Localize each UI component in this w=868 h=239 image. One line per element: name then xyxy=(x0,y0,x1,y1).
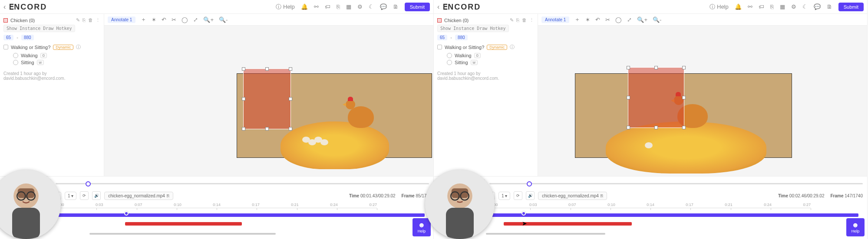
share-icon[interactable]: ⚯ xyxy=(314,3,319,10)
step-select[interactable]: 1 ▾ xyxy=(65,192,76,200)
step-select[interactable]: 1 ▾ xyxy=(498,192,510,200)
range-from[interactable]: 65 xyxy=(3,35,13,40)
circle-icon[interactable]: ◯ xyxy=(182,16,188,23)
share-icon[interactable]: ⚯ xyxy=(748,3,752,10)
doc-icon[interactable]: 🗎 xyxy=(393,3,399,10)
help-fab[interactable]: ☻Help xyxy=(413,218,431,236)
range-to[interactable]: 880 xyxy=(21,35,34,40)
playhead-icon[interactable] xyxy=(521,211,526,216)
bell-icon[interactable]: 🔔 xyxy=(301,3,308,10)
wand-icon[interactable]: ✶ xyxy=(152,16,156,23)
wand-icon[interactable]: ✶ xyxy=(585,16,590,23)
trash-icon[interactable]: 🗑 xyxy=(522,17,527,23)
dynamic-badge: Dynamic xyxy=(487,45,507,50)
submit-button[interactable]: Submit xyxy=(405,3,430,11)
pencil-icon[interactable]: ✎ xyxy=(510,17,514,23)
undo-icon[interactable]: ↶ xyxy=(595,16,600,23)
tag-icon[interactable]: 🏷 xyxy=(325,3,330,10)
pencil-icon[interactable]: ✎ xyxy=(76,17,80,23)
submit-button[interactable]: Submit xyxy=(838,3,864,11)
logo: ƎNCORD xyxy=(442,2,481,12)
copy-icon[interactable]: ⎘ xyxy=(770,3,774,10)
back-icon[interactable]: ‹ xyxy=(3,3,6,11)
file-chip[interactable]: chicken-egg_normalized.mp4⎘ xyxy=(104,192,173,200)
radio-walking[interactable] xyxy=(13,53,18,58)
help-link[interactable]: ⓘ Help xyxy=(710,3,728,11)
copy-icon[interactable]: ⎘ xyxy=(337,3,340,10)
annotate-badge[interactable]: Annotate 1 xyxy=(108,16,135,23)
object-label[interactable]: Chicken (0) xyxy=(10,18,35,23)
bounding-box[interactable] xyxy=(243,69,291,129)
grid-icon[interactable]: ▦ xyxy=(346,3,351,10)
cut-icon[interactable]: ✂ xyxy=(605,16,610,23)
presenter-avatar xyxy=(425,170,495,239)
hotkey-badge: 0 xyxy=(474,53,481,58)
annotate-badge[interactable]: Annotate 1 xyxy=(541,16,569,23)
attr-checkbox[interactable] xyxy=(437,45,442,49)
file-chip[interactable]: chicken-egg_normalized.mp4⎘ xyxy=(538,192,607,200)
hotkey-badge: 0 xyxy=(40,53,47,58)
radio-sitting[interactable] xyxy=(447,60,452,65)
plus-icon[interactable]: ＋ xyxy=(141,16,146,23)
info-icon[interactable]: ⓘ xyxy=(76,44,81,50)
hotkey-badge: w xyxy=(471,60,478,65)
trash-icon[interactable]: 🗑 xyxy=(88,17,93,23)
copy-icon[interactable]: ⎘ xyxy=(83,17,86,23)
expand-icon[interactable]: ⤢ xyxy=(627,16,632,23)
help-fab[interactable]: ☻Help xyxy=(846,218,865,236)
timeline[interactable]: 0:000:030:070:100:140:170:210:240:27 chi… xyxy=(438,203,863,236)
canvas-toolbar: Annotate 1 ＋ ✶ ↶ ✂ ◯ ⤢ 🔍+ 🔍- xyxy=(104,14,433,26)
moon-icon[interactable]: ☾ xyxy=(802,3,808,10)
zoom-out-icon[interactable]: 🔍- xyxy=(219,16,228,23)
hotkey-hint[interactable]: Show Instance Draw Hotkey xyxy=(437,25,509,32)
gear-icon[interactable]: ⚙ xyxy=(357,3,363,10)
doc-icon[interactable]: 🗎 xyxy=(827,3,832,10)
back-icon[interactable]: ‹ xyxy=(437,3,439,11)
tag-icon[interactable]: 🏷 xyxy=(759,3,764,10)
option-sitting: Sitting w xyxy=(447,60,534,65)
circle-icon[interactable]: ◯ xyxy=(615,16,622,23)
undo-icon[interactable]: ↶ xyxy=(162,16,166,23)
hotkey-hint[interactable]: Show Instance Draw Hotkey xyxy=(3,25,75,32)
more-icon[interactable]: ⋮ xyxy=(529,17,534,23)
help-link[interactable]: ⓘ Help xyxy=(276,3,294,11)
zoom-in-icon[interactable]: 🔍+ xyxy=(203,16,214,23)
playhead-icon[interactable] xyxy=(124,211,129,216)
audio-icon[interactable]: 🔊 xyxy=(526,191,535,200)
audio-icon[interactable]: 🔊 xyxy=(92,191,101,200)
zoom-out-icon[interactable]: 🔍- xyxy=(653,16,661,23)
attr-checkbox[interactable] xyxy=(3,45,8,49)
zoom-slider[interactable] xyxy=(489,180,863,187)
bounding-box[interactable] xyxy=(628,67,684,128)
sync-icon[interactable]: ⟳ xyxy=(80,191,89,200)
radio-sitting[interactable] xyxy=(13,60,18,65)
more-icon[interactable]: ⋮ xyxy=(96,17,100,23)
panel-left: ‹ ƎENCORDNCORD ⓘ Help 🔔 ⚯ 🏷 ⎘ ▦ ⚙ ☾ 💬 🗎 … xyxy=(0,0,434,239)
range-to[interactable]: 880 xyxy=(455,35,468,40)
chat-icon[interactable]: 💬 xyxy=(380,3,387,10)
playback: ⏮ ◀ ▶ ▶ ⏭ ⊘Hide Timeline 1x ▾ 1 ▾ ⟳ 🔊 ch… xyxy=(434,176,867,239)
frame-range: 65 - 880 xyxy=(3,35,100,40)
topbar: ‹ ƎENCORDNCORD ⓘ Help 🔔 ⚯ 🏷 ⎘ ▦ ⚙ ☾ 💬 🗎 … xyxy=(0,0,433,14)
copy-icon[interactable]: ⎘ xyxy=(516,17,519,23)
info-icon[interactable]: ⓘ xyxy=(510,44,515,50)
expand-icon[interactable]: ⤢ xyxy=(193,16,198,23)
object-label[interactable]: Chicken (0) xyxy=(444,18,469,23)
zoom-slider[interactable] xyxy=(56,180,429,187)
canvas-toolbar: Annotate 1 ＋ ✶ ↶ ✂ ◯ ⤢ 🔍+ 🔍- xyxy=(538,14,867,26)
gear-icon[interactable]: ⚙ xyxy=(791,3,796,10)
timeline[interactable]: 0:000:030:070:100:140:170:210:240:27 chi… xyxy=(4,203,429,236)
moon-icon[interactable]: ☾ xyxy=(369,3,374,10)
range-from[interactable]: 65 xyxy=(437,35,447,40)
plus-icon[interactable]: ＋ xyxy=(574,16,580,23)
zoom-in-icon[interactable]: 🔍+ xyxy=(637,16,647,23)
radio-walking[interactable] xyxy=(447,53,452,58)
bell-icon[interactable]: 🔔 xyxy=(735,3,742,10)
canvas[interactable] xyxy=(538,26,867,176)
sync-icon[interactable]: ⟳ xyxy=(514,191,522,200)
cut-icon[interactable]: ✂ xyxy=(172,16,176,23)
grid-icon[interactable]: ▦ xyxy=(780,3,785,10)
sidebar: Chicken (0) ✎ ⎘ 🗑 ⋮ Show Instance Draw H… xyxy=(0,14,104,176)
chat-icon[interactable]: 💬 xyxy=(814,3,821,10)
panel-right: ‹ ƎNCORD ⓘ Help 🔔 ⚯ 🏷 ⎘ ▦ ⚙ ☾ 💬 🗎 Submit… xyxy=(434,0,868,239)
